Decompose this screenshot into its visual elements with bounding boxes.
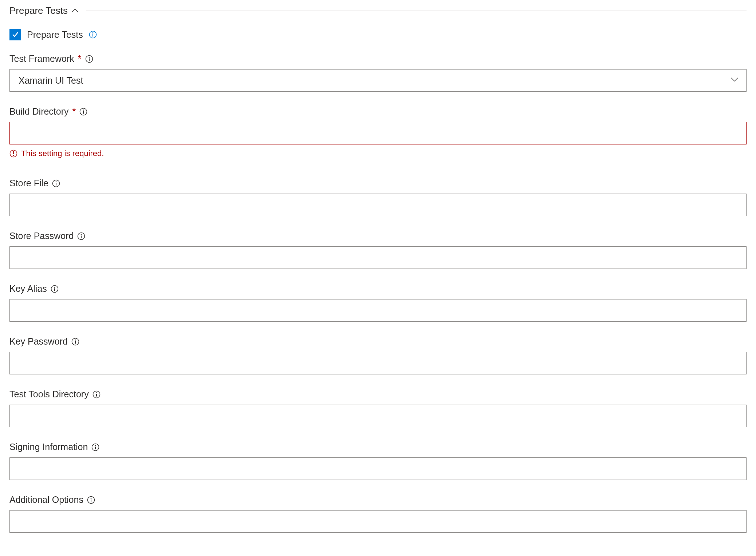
svg-rect-10 [13,151,14,154]
svg-point-1 [92,32,93,33]
key-password-field: Key Password [9,336,747,374]
svg-rect-5 [89,58,90,61]
signing-information-field: Signing Information [9,442,747,480]
field-label-row: Key Alias [9,283,747,294]
test-tools-directory-input[interactable] [9,405,747,427]
build-directory-label: Build Directory [9,106,69,117]
build-directory-input[interactable] [9,122,747,144]
build-directory-field: Build Directory * This setting is requir… [9,106,747,158]
info-icon[interactable] [51,285,59,293]
svg-rect-32 [91,499,91,502]
build-directory-error-text: This setting is required. [21,149,104,158]
field-label-row: Test Framework * [9,53,747,64]
info-icon[interactable] [79,108,87,116]
field-label-row: Store Password [9,231,747,241]
additional-options-field: Additional Options [9,495,747,533]
info-icon[interactable] [89,31,97,39]
signing-information-input[interactable] [9,457,747,480]
key-alias-input[interactable] [9,299,747,322]
chevron-up-icon [71,9,79,13]
svg-rect-23 [75,341,76,343]
info-icon[interactable] [71,338,79,346]
svg-point-4 [88,57,90,58]
store-password-label: Store Password [9,231,74,241]
info-icon[interactable] [77,232,85,240]
svg-point-7 [83,110,84,111]
additional-options-label: Additional Options [9,495,83,505]
svg-rect-14 [56,183,56,185]
field-label-row: Key Password [9,336,747,347]
key-alias-label: Key Alias [9,283,47,294]
field-label-row: Build Directory * [9,106,747,117]
test-tools-directory-field: Test Tools Directory [9,389,747,427]
info-icon[interactable] [92,390,101,398]
test-tools-directory-label: Test Tools Directory [9,389,89,400]
key-alias-field: Key Alias [9,283,747,322]
test-framework-select-wrapper: Xamarin UI Test [9,69,747,92]
svg-point-11 [13,155,14,156]
section-title: Prepare Tests [9,5,68,16]
store-password-field: Store Password [9,231,747,269]
additional-options-input[interactable] [9,510,747,533]
prepare-tests-checkbox-label: Prepare Tests [27,29,83,40]
store-password-input[interactable] [9,246,747,269]
required-indicator: * [72,106,76,117]
svg-rect-8 [83,111,84,114]
svg-point-16 [81,234,82,235]
required-indicator: * [78,53,82,64]
svg-point-28 [95,445,96,446]
field-label-row: Test Tools Directory [9,389,747,400]
svg-point-22 [75,339,76,341]
test-framework-select[interactable]: Xamarin UI Test [9,69,747,92]
svg-point-19 [54,287,55,288]
store-file-input[interactable] [9,194,747,216]
store-file-field: Store File [9,178,747,216]
prepare-tests-checkbox[interactable] [9,29,21,40]
prepare-tests-checkbox-row: Prepare Tests [9,29,747,40]
field-label-row: Additional Options [9,495,747,505]
info-icon[interactable] [87,496,95,504]
info-icon[interactable] [52,179,60,187]
test-framework-value: Xamarin UI Test [19,75,83,86]
section-header[interactable]: Prepare Tests [9,0,747,21]
svg-point-31 [91,498,92,499]
svg-point-25 [96,392,97,393]
error-row: This setting is required. [9,149,747,158]
info-icon[interactable] [91,443,99,451]
field-label-row: Signing Information [9,442,747,452]
svg-rect-20 [54,288,55,291]
test-framework-label: Test Framework [9,53,74,64]
store-file-label: Store File [9,178,48,188]
key-password-input[interactable] [9,352,747,374]
svg-rect-17 [81,235,82,238]
svg-rect-29 [95,446,96,449]
svg-rect-26 [96,394,97,396]
key-password-label: Key Password [9,336,68,347]
info-icon[interactable] [85,55,93,63]
section-divider [86,11,747,11]
test-framework-field: Test Framework * Xamarin UI Test [9,53,747,92]
field-label-row: Store File [9,178,747,188]
svg-point-13 [56,181,57,182]
error-icon [9,150,17,158]
svg-rect-2 [92,34,93,37]
signing-information-label: Signing Information [9,442,88,452]
